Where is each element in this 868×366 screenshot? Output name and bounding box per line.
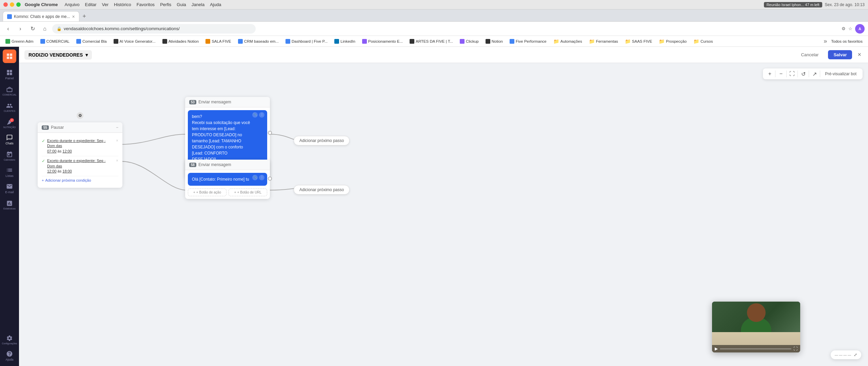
- add-next-58-button[interactable]: Adicionar próximo passo: [294, 185, 350, 195]
- main-layout: Painel COMERCIAL CLIENTES NUTRIÇÃO 2: [0, 47, 868, 366]
- bookmark-five-performance[interactable]: Five Performance: [507, 38, 549, 45]
- bookmark-sala-five[interactable]: SALA FIVE: [203, 38, 234, 45]
- sidebar-item-nutricao[interactable]: NUTRIÇÃO 2: [2, 116, 17, 131]
- condition-2-delete-button[interactable]: ×: [116, 158, 118, 163]
- pause-minimize-button[interactable]: −: [116, 125, 118, 130]
- minimize-traffic-light[interactable]: [10, 2, 14, 7]
- home-button[interactable]: ⌂: [40, 24, 50, 34]
- bookmark-dashboard[interactable]: Dashboard | Five P...: [283, 38, 330, 45]
- bookmark-ai-voice[interactable]: AI Voice Generator...: [111, 38, 158, 45]
- sidebar-item-estatisticas[interactable]: Estatísticas: [2, 197, 17, 212]
- sidebar-item-listas[interactable]: Listas: [2, 165, 17, 180]
- cancel-button[interactable]: Cancelar: [795, 50, 824, 59]
- bookmark-prospeccao[interactable]: 📁 Prospecção: [656, 38, 689, 45]
- bookmark-star-icon[interactable]: ☆: [848, 26, 852, 31]
- condition-1-delete-button[interactable]: ×: [116, 138, 118, 143]
- msg-53-right-connector[interactable]: [268, 131, 272, 135]
- attachment-58-icon[interactable]: 📎: [252, 175, 258, 180]
- sidebar-item-chats[interactable]: Chats: [2, 132, 17, 147]
- bookmark-linkedin[interactable]: LinkedIn: [332, 38, 358, 45]
- bookmarks-bar: Greenn Adm COMERCIAL Comercial Bla AI Vo…: [0, 36, 868, 47]
- bot-name-selector[interactable]: RODIZIO VENDEDORES ▾: [24, 50, 92, 60]
- video-controls: ▶ ⛶: [712, 345, 800, 352]
- add-condition-button[interactable]: + Adicionar próxima condição: [42, 176, 118, 184]
- add-next-53-button[interactable]: Adicionar próximo passo: [294, 136, 350, 145]
- sidebar-item-comercial[interactable]: COMERCIAL: [2, 83, 17, 98]
- bookmark-todos[interactable]: Todos os favoritos: [828, 38, 865, 45]
- video-progress-bar[interactable]: [720, 348, 791, 349]
- menu-perfis[interactable]: Perfis: [160, 2, 171, 7]
- fullscreen-traffic-light[interactable]: [16, 2, 21, 7]
- close-button[interactable]: ×: [856, 50, 863, 60]
- extensions-icon[interactable]: ⚙: [842, 26, 846, 31]
- fullscreen-icon[interactable]: ⛶: [793, 346, 797, 351]
- play-pause-icon[interactable]: ▶: [715, 346, 718, 351]
- menu-favoritos[interactable]: Favoritos: [137, 2, 155, 7]
- bookmark-notion[interactable]: Notion: [483, 38, 506, 45]
- reload-button[interactable]: ↻: [28, 24, 37, 34]
- bookmark-cursos[interactable]: 📁 Cursos: [691, 38, 715, 45]
- video-overlay[interactable]: ▶ ⛶: [712, 302, 800, 352]
- user-avatar[interactable]: A: [855, 24, 865, 34]
- traffic-lights[interactable]: [3, 2, 21, 7]
- close-traffic-light[interactable]: [3, 2, 8, 7]
- menu-janela[interactable]: Janela: [192, 2, 204, 7]
- bookmark-saas-five[interactable]: 📁 SAAS FIVE: [622, 38, 655, 45]
- chat-expand-icon[interactable]: ⤢: [854, 352, 857, 357]
- forward-button[interactable]: ›: [16, 24, 25, 34]
- bookmark-clickup[interactable]: Clickup: [457, 38, 481, 45]
- msg-58-action-btn[interactable]: + + Botão de ação: [188, 188, 226, 196]
- new-tab-button[interactable]: +: [79, 11, 90, 21]
- bookmark-artes[interactable]: ARTES DA FIVE | T...: [407, 38, 456, 45]
- dots-icon[interactable]: ⋮: [259, 112, 264, 118]
- bookmark-automacoes[interactable]: 📁 Automações: [551, 38, 585, 45]
- save-button[interactable]: Salvar: [828, 50, 852, 59]
- menu-guia[interactable]: Guia: [177, 2, 186, 7]
- msg-58-url-btn[interactable]: + + Botão de URL: [229, 188, 267, 196]
- bookmark-greenn[interactable]: Greenn Adm: [3, 38, 36, 45]
- zoom-in-button[interactable]: +: [766, 70, 774, 78]
- nutricao-badge: 2: [10, 118, 14, 122]
- attachment-icon[interactable]: 📎: [252, 112, 258, 118]
- active-tab[interactable]: Kommo: Chats e apps de me... ×: [3, 11, 79, 21]
- address-bar[interactable]: 🔒 vendasaldocolchoes.kommo.com/settings/…: [52, 24, 256, 34]
- tab-close-button[interactable]: ×: [72, 14, 75, 19]
- menu-historico[interactable]: Histórico: [114, 2, 131, 7]
- preview-bot-button[interactable]: Pré-visualizar bot: [822, 70, 860, 78]
- fit-screen-button[interactable]: ⛶: [788, 70, 796, 78]
- bookmark-icon: [362, 39, 367, 44]
- msg-53-text: bem?Recebi sua solicitação que você tem …: [192, 114, 263, 162]
- pause-gear-icon[interactable]: ⚙: [77, 112, 83, 119]
- msg-58-bubble[interactable]: 📎 ⋮ Olá [Contato: Primeiro nome] tu: [188, 173, 267, 186]
- reset-view-button[interactable]: ↺: [799, 70, 807, 78]
- sidebar-item-painel[interactable]: Painel: [2, 67, 17, 82]
- bookmark-ferramentas[interactable]: 📁 Ferramentas: [586, 38, 621, 45]
- share-button[interactable]: ↗: [810, 70, 818, 78]
- chevron-down-icon: ▾: [85, 52, 88, 58]
- zoom-out-button[interactable]: −: [777, 70, 785, 78]
- menu-editar[interactable]: Editar: [85, 2, 97, 7]
- sidebar-logo[interactable]: [3, 49, 16, 63]
- sidebar-item-clientes[interactable]: CLIENTES: [2, 100, 17, 115]
- bookmarks-more-button[interactable]: »: [824, 38, 827, 45]
- canvas-area[interactable]: + − ⛶ ↺ ↗ Pré-visualizar bot ⚙: [19, 63, 868, 366]
- menu-ajuda[interactable]: Ajuda: [210, 2, 221, 7]
- sidebar-item-ajuda[interactable]: Ajuda: [2, 348, 17, 363]
- kommo-sidebar: Painel COMERCIAL CLIENTES NUTRIÇÃO 2: [0, 47, 19, 366]
- bookmark-atividades[interactable]: Atividades Notion: [160, 38, 202, 45]
- bookmark-comercial-bla[interactable]: Comercial Bla: [74, 38, 110, 45]
- back-button[interactable]: ‹: [3, 24, 13, 34]
- zoom-divider: [797, 70, 798, 77]
- msg-58-right-connector[interactable]: [268, 177, 272, 181]
- dots-58-icon[interactable]: ⋮: [259, 175, 264, 180]
- bookmark-posicionamento[interactable]: Posicionamento E...: [359, 38, 406, 45]
- sidebar-item-email[interactable]: E-mail: [2, 181, 17, 196]
- sidebar-item-configuracoes[interactable]: Configurações: [2, 332, 17, 347]
- meeting-badge[interactable]: Reunião Israel Iphon... 47 m left: [764, 2, 822, 7]
- menu-ver[interactable]: Ver: [102, 2, 109, 7]
- bookmark-crm[interactable]: CRM baseado em...: [235, 38, 281, 45]
- bookmark-comercial[interactable]: COMERCIAL: [38, 38, 72, 45]
- sidebar-item-calendario[interactable]: Calendário: [2, 148, 17, 163]
- msg-53-bubble[interactable]: 📎 ⋮ bem?Recebi sua solicitação que você …: [188, 110, 267, 166]
- menu-arquivo[interactable]: Arquivo: [65, 2, 80, 7]
